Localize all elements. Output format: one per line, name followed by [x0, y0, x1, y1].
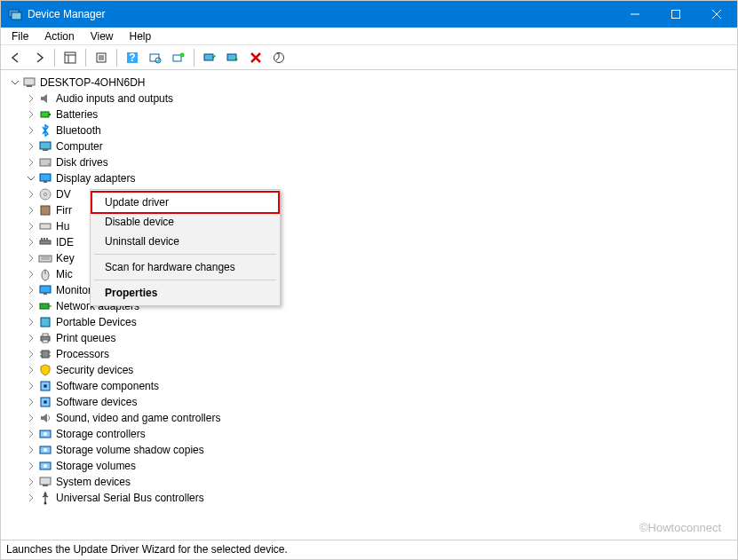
expand-icon[interactable] [26, 141, 36, 152]
tree-category[interactable]: Software components [4, 378, 737, 394]
expand-icon[interactable] [26, 461, 36, 471]
show-hide-tree-button[interactable] [60, 48, 80, 67]
properties-button[interactable] [91, 48, 111, 67]
tree-category[interactable]: Audio inputs and outputs [4, 91, 737, 106]
tree-category[interactable]: Storage controllers [4, 426, 737, 442]
menu-action[interactable]: Action [37, 28, 81, 44]
help-button[interactable]: ? [123, 48, 142, 67]
category-label: Storage volume shadow copies [56, 444, 204, 456]
svg-rect-69 [43, 485, 48, 486]
category-label: Print queues [56, 332, 115, 344]
ctx-disable-device[interactable]: Disable device [92, 212, 278, 232]
ctx-uninstall-device[interactable]: Uninstall device [92, 232, 278, 251]
tree-category[interactable]: Bluetooth [4, 122, 737, 138]
expand-icon[interactable] [26, 429, 36, 439]
expand-icon[interactable] [26, 237, 36, 248]
tree-category[interactable]: Storage volume shadow copies [4, 442, 737, 458]
disable-device-button[interactable] [223, 48, 242, 67]
expand-icon[interactable] [26, 109, 36, 120]
toolbar-separator [85, 49, 86, 67]
tree-category[interactable]: Portable Devices [4, 314, 737, 330]
expand-icon[interactable] [26, 477, 36, 487]
svg-rect-20 [227, 54, 236, 60]
expand-icon[interactable] [26, 205, 36, 216]
expand-icon[interactable] [26, 317, 36, 327]
expand-icon[interactable] [26, 285, 36, 296]
svg-rect-38 [44, 238, 45, 241]
category-label: Audio inputs and outputs [56, 92, 173, 105]
menu-file[interactable]: File [4, 28, 36, 44]
expand-icon[interactable] [26, 397, 36, 407]
expand-icon[interactable] [26, 381, 36, 391]
tree-root[interactable]: DESKTOP-4OHN6DH [4, 75, 737, 91]
category-icon [38, 219, 52, 233]
tree-category[interactable]: Universal Serial Bus controllers [4, 490, 737, 506]
expand-icon[interactable] [26, 93, 36, 104]
close-button[interactable] [696, 1, 737, 28]
expand-icon[interactable] [26, 445, 36, 455]
tree-category[interactable]: Security devices [4, 362, 737, 378]
tree-category[interactable]: Display adapters [4, 170, 737, 186]
maximize-button[interactable] [655, 1, 696, 28]
category-icon [38, 235, 52, 249]
minimize-button[interactable] [615, 1, 655, 28]
menu-view[interactable]: View [83, 28, 121, 44]
svg-rect-19 [204, 54, 213, 60]
expand-icon[interactable] [26, 493, 36, 503]
svg-point-33 [44, 193, 47, 196]
category-icon [38, 155, 52, 170]
category-label: System devices [56, 476, 131, 488]
tree-category[interactable]: Computer [4, 138, 737, 154]
expand-icon[interactable] [26, 221, 36, 232]
menu-help[interactable]: Help [123, 28, 159, 44]
svg-point-67 [44, 464, 47, 468]
expand-icon[interactable] [26, 301, 36, 312]
statusbar: Launches the Update Driver Wizard for th… [1, 540, 737, 559]
svg-rect-53 [42, 351, 49, 358]
svg-point-70 [44, 502, 47, 505]
collapse-icon[interactable] [10, 77, 20, 88]
category-icon [38, 347, 52, 361]
category-icon [38, 283, 52, 297]
collapse-icon[interactable] [26, 173, 36, 184]
svg-rect-24 [41, 112, 49, 117]
tree-category[interactable]: Storage volumes [4, 458, 737, 474]
tree-category[interactable]: Disk drives [4, 154, 737, 170]
tree-category[interactable]: Batteries [4, 106, 737, 122]
tree-category[interactable]: System devices [4, 474, 737, 490]
expand-icon[interactable] [26, 333, 36, 343]
expand-icon[interactable] [26, 189, 36, 200]
expand-icon[interactable] [26, 125, 36, 136]
tree-category[interactable]: Software devices [4, 394, 737, 410]
toolbar-separator [194, 49, 194, 67]
category-icon [38, 331, 52, 345]
tree-category[interactable]: Processors [4, 346, 737, 362]
tree-category[interactable]: Sound, video and game controllers [4, 410, 737, 426]
tree-category[interactable]: Print queues [4, 330, 737, 346]
ctx-properties[interactable]: Properties [92, 283, 278, 303]
svg-rect-68 [40, 477, 51, 485]
scan-hardware-button[interactable] [146, 48, 165, 67]
devices-by-type-button[interactable] [269, 48, 289, 67]
expand-icon[interactable] [26, 413, 36, 423]
svg-rect-3 [672, 11, 680, 19]
back-button[interactable] [6, 48, 26, 67]
expand-icon[interactable] [26, 269, 36, 280]
expand-icon[interactable] [26, 253, 36, 264]
expand-icon[interactable] [26, 365, 36, 375]
update-driver-button[interactable] [200, 48, 219, 67]
svg-rect-39 [46, 238, 48, 241]
expand-icon[interactable] [26, 157, 36, 168]
add-legacy-button[interactable] [169, 48, 188, 67]
svg-point-16 [155, 58, 161, 63]
expand-icon[interactable] [26, 349, 36, 359]
svg-text:?: ? [129, 51, 135, 64]
forward-button[interactable] [29, 48, 49, 67]
svg-rect-6 [65, 52, 75, 63]
category-label: Portable Devices [56, 316, 137, 328]
ctx-update-driver[interactable]: Update driver [91, 191, 280, 214]
category-icon [38, 91, 52, 106]
ctx-scan-hardware[interactable]: Scan for hardware changes [92, 257, 278, 277]
category-label: Universal Serial Bus controllers [56, 492, 204, 504]
uninstall-device-button[interactable] [246, 48, 266, 67]
